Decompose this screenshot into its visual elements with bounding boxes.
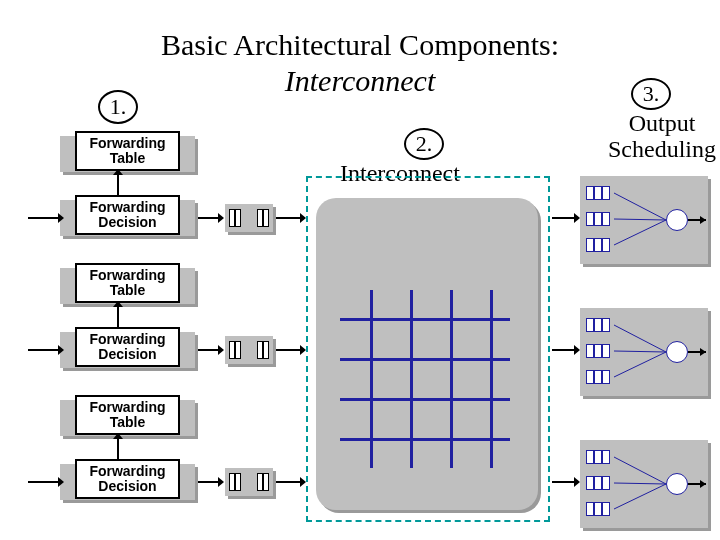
crossbar-v-line xyxy=(370,290,373,468)
svg-line-1 xyxy=(614,219,666,220)
interconnect-to-output-arrow-1 xyxy=(552,217,574,219)
stage-1-marker: 1. xyxy=(98,90,138,124)
interconnect-to-output-arrow-2 xyxy=(552,349,574,351)
queue-cells-icon xyxy=(257,473,269,491)
crossbar-h-line xyxy=(340,358,510,361)
scheduler-circle-icon xyxy=(666,473,688,495)
queue-cells-icon xyxy=(229,209,241,227)
crossbar-v-line xyxy=(490,290,493,468)
forwarding-table-2: Forwarding Table xyxy=(75,263,180,303)
svg-line-6 xyxy=(614,351,666,352)
queue-cells-icon xyxy=(257,341,269,359)
svg-line-11 xyxy=(614,483,666,484)
to-queue-arrow-3 xyxy=(198,481,218,483)
output-label-line2: Scheduling xyxy=(608,136,716,162)
svg-marker-14 xyxy=(700,480,706,488)
forwarding-table-3: Forwarding Table xyxy=(75,395,180,435)
queue-cells-icon xyxy=(257,209,269,227)
output-port-3 xyxy=(580,440,708,528)
forwarding-decision-block-1: Forwarding Decision xyxy=(60,200,195,236)
forwarding-table-1: Forwarding Table xyxy=(75,131,180,171)
svg-line-10 xyxy=(614,457,666,484)
svg-line-12 xyxy=(614,484,666,509)
input-queue-1 xyxy=(225,204,273,232)
crossbar-h-line xyxy=(340,398,510,401)
output-label-line1: Output xyxy=(629,110,696,136)
interconnect-to-output-arrow-3 xyxy=(552,481,574,483)
queue-cells-icon xyxy=(229,341,241,359)
forwarding-table-2-text: Forwarding Table xyxy=(89,268,165,299)
forwarding-decision-block-3: Forwarding Decision xyxy=(60,464,195,500)
input-arrow-3 xyxy=(28,481,58,483)
scheduler-lines-icon xyxy=(580,308,708,396)
forwarding-table-block-1: Forwarding Table xyxy=(60,136,195,172)
queue-to-interconnect-arrow-2 xyxy=(276,349,300,351)
to-queue-arrow-1 xyxy=(198,217,218,219)
crossbar-h-line xyxy=(340,438,510,441)
scheduler-lines-icon xyxy=(580,440,708,528)
forwarding-decision-1: Forwarding Decision xyxy=(75,195,180,235)
input-arrow-1 xyxy=(28,217,58,219)
svg-marker-4 xyxy=(700,216,706,224)
forwarding-decision-1-text: Forwarding Decision xyxy=(89,200,165,231)
forwarding-decision-block-2: Forwarding Decision xyxy=(60,332,195,368)
table-decision-arrow-2 xyxy=(117,307,119,327)
table-decision-arrow-3 xyxy=(117,439,119,459)
svg-line-2 xyxy=(614,220,666,245)
output-port-2 xyxy=(580,308,708,396)
forwarding-decision-3-text: Forwarding Decision xyxy=(89,464,165,495)
scheduler-circle-icon xyxy=(666,341,688,363)
queue-cells-icon xyxy=(229,473,241,491)
queue-to-interconnect-arrow-1 xyxy=(276,217,300,219)
forwarding-table-block-2: Forwarding Table xyxy=(60,268,195,304)
stage-3-marker: 3. xyxy=(631,78,671,110)
crossbar-h-line xyxy=(340,318,510,321)
forwarding-table-block-3: Forwarding Table xyxy=(60,400,195,436)
forwarding-decision-2-text: Forwarding Decision xyxy=(89,332,165,363)
slide-title: Basic Architectural Components: xyxy=(0,28,720,62)
crossbar-v-line xyxy=(410,290,413,468)
input-arrow-2 xyxy=(28,349,58,351)
stage-2-marker: 2. xyxy=(404,128,444,160)
forwarding-decision-3: Forwarding Decision xyxy=(75,459,180,499)
svg-line-0 xyxy=(614,193,666,220)
svg-marker-9 xyxy=(700,348,706,356)
crossbar-v-line xyxy=(450,290,453,468)
output-scheduling-label: Output Scheduling xyxy=(608,110,716,163)
svg-line-5 xyxy=(614,325,666,352)
to-queue-arrow-2 xyxy=(198,349,218,351)
forwarding-table-3-text: Forwarding Table xyxy=(89,400,165,431)
scheduler-lines-icon xyxy=(580,176,708,264)
input-queue-2 xyxy=(225,336,273,364)
scheduler-circle-icon xyxy=(666,209,688,231)
svg-line-7 xyxy=(614,352,666,377)
forwarding-table-1-text: Forwarding Table xyxy=(89,136,165,167)
forwarding-decision-2: Forwarding Decision xyxy=(75,327,180,367)
input-queue-3 xyxy=(225,468,273,496)
interconnect-fabric xyxy=(316,198,538,510)
queue-to-interconnect-arrow-3 xyxy=(276,481,300,483)
output-port-1 xyxy=(580,176,708,264)
table-decision-arrow-1 xyxy=(117,175,119,195)
